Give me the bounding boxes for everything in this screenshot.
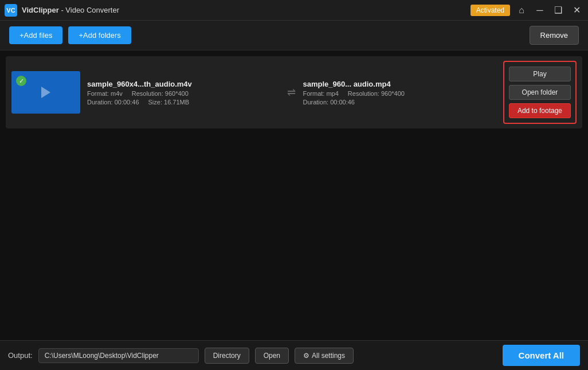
remove-button[interactable]: Remove	[530, 26, 579, 45]
add-files-button[interactable]: +Add files	[9, 26, 62, 44]
main-content: ✓ sample_960x4...th_audio.m4v Format: m4…	[0, 50, 588, 340]
close-button[interactable]: ✕	[570, 3, 583, 17]
file-actions-panel: Play Open folder Add to footage	[503, 61, 577, 124]
file-source-info: sample_960x4...th_audio.m4v Format: m4v …	[87, 80, 280, 106]
settings-icon: ⚙ All settings	[303, 352, 345, 360]
toolbar: +Add files +Add folders Remove	[0, 21, 588, 50]
directory-button[interactable]: Directory	[205, 348, 249, 364]
play-arrow-icon	[41, 87, 50, 98]
play-button[interactable]: Play	[509, 67, 571, 81]
app-logo: VC	[5, 4, 17, 17]
activated-badge: Activated	[471, 5, 510, 16]
file-output-info: sample_960... audio.mp4 Format: mp4 Reso…	[303, 80, 496, 106]
all-settings-button[interactable]: ⚙ All settings	[295, 348, 354, 364]
app-name: VidClipper	[22, 6, 59, 14]
logo-text: VC	[6, 7, 15, 14]
output-filename: sample_960... audio.mp4	[303, 80, 496, 88]
output-resolution: Resolution: 960*400	[348, 90, 405, 97]
conversion-arrow-icon: ⇌	[287, 86, 296, 99]
source-duration: Duration: 00:00:46	[87, 99, 139, 106]
source-resolution: Resolution: 960*400	[132, 90, 189, 97]
convert-all-button[interactable]: Convert All	[503, 345, 580, 366]
minimize-button[interactable]: ─	[533, 3, 547, 17]
file-row: ✓ sample_960x4...th_audio.m4v Format: m4…	[6, 56, 582, 128]
output-duration: Duration: 00:00:46	[303, 99, 355, 106]
title-text: VidClipper - Video Converter	[22, 6, 471, 14]
output-meta-duration: Duration: 00:00:46	[303, 99, 496, 106]
source-meta-format: Format: m4v Resolution: 960*400	[87, 90, 280, 97]
home-button[interactable]: ⌂	[515, 3, 528, 17]
add-to-footage-button[interactable]: Add to footage	[509, 103, 571, 118]
titlebar-icons: ⌂ ─ ❑ ✕	[515, 3, 583, 17]
output-label: Output:	[8, 351, 33, 360]
output-path-input[interactable]	[38, 348, 199, 363]
add-folders-button[interactable]: +Add folders	[68, 26, 131, 44]
open-folder-button[interactable]: Open folder	[509, 85, 571, 100]
titlebar: VC VidClipper - Video Converter Activate…	[0, 0, 588, 21]
source-size: Size: 16.71MB	[148, 99, 190, 106]
app-subtitle: - Video Converter	[59, 6, 119, 14]
restore-button[interactable]: ❑	[551, 3, 565, 17]
source-filename: sample_960x4...th_audio.m4v	[87, 80, 280, 88]
file-check-icon: ✓	[16, 76, 26, 86]
output-meta-format: Format: mp4 Resolution: 960*400	[303, 90, 496, 97]
source-meta-duration: Duration: 00:00:46 Size: 16.71MB	[87, 99, 280, 106]
source-format-label: Format: m4v	[87, 90, 123, 97]
bottom-bar: Output: Directory Open ⚙ All settings Co…	[0, 340, 588, 370]
open-button[interactable]: Open	[255, 348, 289, 364]
output-format-label: Format: mp4	[303, 90, 338, 97]
